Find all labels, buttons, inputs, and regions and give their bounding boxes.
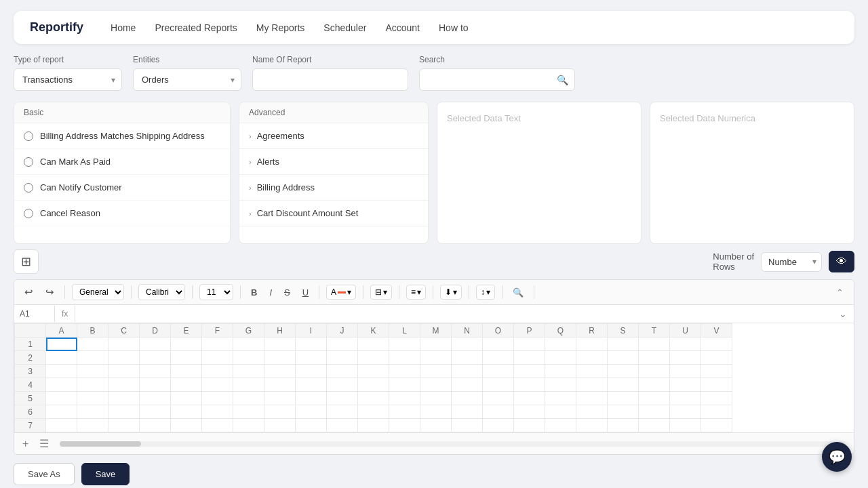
cell-O3[interactable] — [483, 365, 514, 378]
advanced-panel-scroll[interactable]: › Agreements › Alerts › Billing Address — [239, 123, 428, 243]
cell-F1[interactable] — [202, 338, 233, 351]
accordion-cart-discount[interactable]: › Cart Discount Amount Set — [239, 201, 428, 226]
cell-M6[interactable] — [420, 405, 452, 419]
cell-O5[interactable] — [483, 392, 514, 405]
cell-E5[interactable] — [171, 392, 202, 405]
accordion-cart-discount-header[interactable]: › Cart Discount Amount Set — [239, 201, 428, 226]
cell-T2[interactable] — [639, 351, 670, 365]
cell-G2[interactable] — [233, 351, 264, 365]
cell-K7[interactable] — [358, 419, 389, 432]
cell-H7[interactable] — [264, 419, 296, 432]
cell-G6[interactable] — [233, 405, 264, 419]
bold-button[interactable]: B — [248, 285, 260, 300]
cell-T1[interactable] — [639, 338, 670, 351]
cell-E3[interactable] — [171, 365, 202, 378]
col-header-d[interactable]: D — [140, 324, 171, 338]
col-header-t[interactable]: T — [639, 324, 670, 338]
cell-T6[interactable] — [639, 405, 670, 419]
col-header-p[interactable]: P — [514, 324, 545, 338]
col-header-b[interactable]: B — [77, 324, 108, 338]
cell-S6[interactable] — [608, 405, 639, 419]
align-button[interactable]: ≡ ▾ — [406, 285, 426, 300]
undo-button[interactable]: ↩ — [21, 284, 37, 300]
cell-E4[interactable] — [171, 378, 202, 392]
formula-input[interactable] — [75, 306, 832, 322]
cell-H6[interactable] — [264, 405, 296, 419]
redo-button[interactable]: ↪ — [42, 284, 58, 300]
cell-J1[interactable] — [327, 338, 358, 351]
cell-S1[interactable] — [608, 338, 639, 351]
font-color-button[interactable]: A ▾ — [326, 285, 356, 300]
col-header-r[interactable]: R — [576, 324, 608, 338]
cell-R7[interactable] — [576, 419, 608, 432]
cell-I2[interactable] — [296, 351, 327, 365]
cell-A5[interactable] — [46, 392, 77, 405]
nav-my-reports[interactable]: My Reports — [256, 22, 305, 33]
cell-S4[interactable] — [608, 378, 639, 392]
cell-R3[interactable] — [576, 365, 608, 378]
search-input[interactable] — [419, 68, 575, 91]
basic-radio-billing[interactable] — [24, 131, 33, 141]
strikethrough-button[interactable]: S — [281, 285, 294, 300]
cell-C3[interactable] — [108, 365, 140, 378]
cell-L3[interactable] — [389, 365, 420, 378]
cell-H4[interactable] — [264, 378, 296, 392]
cell-V7[interactable] — [701, 419, 732, 432]
cell-O2[interactable] — [483, 351, 514, 365]
accordion-alerts-header[interactable]: › Alerts — [239, 149, 428, 174]
basic-radio-can-notify[interactable] — [24, 183, 33, 192]
grid-container[interactable]: A B C D E F G H I J K L M N O — [14, 323, 854, 432]
cell-I1[interactable] — [296, 338, 327, 351]
cell-P7[interactable] — [514, 419, 545, 432]
cell-L6[interactable] — [389, 405, 420, 419]
cell-O6[interactable] — [483, 405, 514, 419]
cell-B5[interactable] — [77, 392, 108, 405]
list-item[interactable]: Can Mark As Paid — [14, 149, 230, 175]
cell-K6[interactable] — [358, 405, 389, 419]
list-item[interactable]: Can Notify Customer — [14, 175, 230, 201]
cell-K2[interactable] — [358, 351, 389, 365]
accordion-alerts[interactable]: › Alerts — [239, 149, 428, 175]
cell-U4[interactable] — [670, 378, 701, 392]
search-button[interactable]: 🔍 — [509, 285, 527, 300]
cell-N7[interactable] — [452, 419, 483, 432]
cell-Q6[interactable] — [545, 405, 576, 419]
cell-S3[interactable] — [608, 365, 639, 378]
download-button[interactable]: ⬇ ▾ — [440, 285, 462, 300]
type-of-report-select[interactable]: Transactions Orders Products — [14, 68, 122, 91]
basic-radio-can-mark[interactable] — [24, 157, 33, 167]
nav-account[interactable]: Account — [385, 22, 420, 33]
cell-A4[interactable] — [46, 378, 77, 392]
col-header-i[interactable]: I — [296, 324, 327, 338]
col-header-m[interactable]: M — [420, 324, 452, 338]
cell-C7[interactable] — [108, 419, 140, 432]
cell-N6[interactable] — [452, 405, 483, 419]
cell-D2[interactable] — [140, 351, 171, 365]
cell-I4[interactable] — [296, 378, 327, 392]
add-sheet-button[interactable]: + — [20, 436, 31, 451]
cell-K3[interactable] — [358, 365, 389, 378]
cell-E1[interactable] — [171, 338, 202, 351]
cell-K5[interactable] — [358, 392, 389, 405]
nav-home[interactable]: Home — [111, 22, 136, 33]
col-header-a[interactable]: A — [46, 324, 77, 338]
cell-F4[interactable] — [202, 378, 233, 392]
entities-select[interactable]: Orders Customers Products — [133, 68, 241, 91]
save-as-button[interactable]: Save As — [14, 463, 75, 485]
cell-B1[interactable] — [77, 338, 108, 351]
cell-N2[interactable] — [452, 351, 483, 365]
cell-H5[interactable] — [264, 392, 296, 405]
cell-J4[interactable] — [327, 378, 358, 392]
number-of-rows-select[interactable]: Numbe 100 500 1000 All — [761, 252, 822, 272]
cell-D3[interactable] — [140, 365, 171, 378]
cell-P5[interactable] — [514, 392, 545, 405]
sort-button[interactable]: ↕ ▾ — [476, 285, 495, 300]
cell-T4[interactable] — [639, 378, 670, 392]
cell-L7[interactable] — [389, 419, 420, 432]
cell-C6[interactable] — [108, 405, 140, 419]
font-size-select[interactable]: 11 12 14 — [199, 284, 233, 300]
accordion-billing-address-header[interactable]: › Billing Address — [239, 175, 428, 200]
cell-V3[interactable] — [701, 365, 732, 378]
cell-E6[interactable] — [171, 405, 202, 419]
merge-cells-button[interactable]: ⊟ ▾ — [370, 285, 392, 300]
